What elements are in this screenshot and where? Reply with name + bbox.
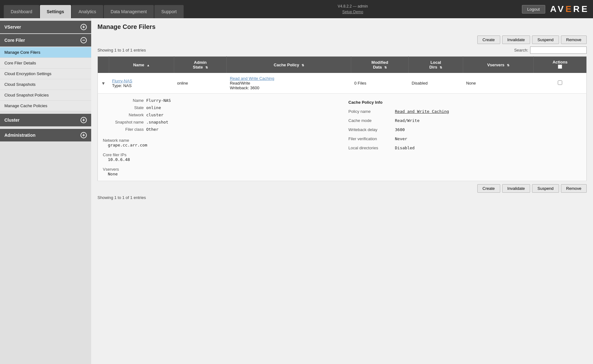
vservers-cell: None xyxy=(463,73,534,94)
modified-data-sort-icon: ⇅ xyxy=(384,66,387,69)
detail-snapshot-value: .snapshot xyxy=(146,120,168,124)
detail-left: Name Flurry-NAS State online Network clu… xyxy=(103,98,336,176)
sidebar-section-cluster[interactable]: Cluster + xyxy=(0,114,91,126)
detail-name-label: Name xyxy=(103,98,144,103)
layout: VServer + Core Filer − Manage Core Filer… xyxy=(0,18,593,364)
sidebar-section-vserver[interactable]: VServer + xyxy=(0,21,91,33)
remove-button-top[interactable]: Remove xyxy=(561,36,587,44)
col-cache-policy[interactable]: Cache Policy ⇅ xyxy=(227,57,351,73)
sidebar-section-administration[interactable]: Administration + xyxy=(0,129,91,141)
sidebar-item-cloud-snapshot-policies[interactable]: Cloud Snapshot Policies xyxy=(0,90,91,101)
sidebar-item-cloud-encryption-settings[interactable]: Cloud Encryption Settings xyxy=(0,69,91,79)
select-all-checkbox[interactable] xyxy=(558,64,562,69)
detail-cell: Name Flurry-NAS State online Network clu… xyxy=(98,94,587,181)
detail-snapshot-field: Snapshot name .snapshot xyxy=(103,120,336,124)
sidebar-administration-expand-icon[interactable]: + xyxy=(80,132,87,138)
sidebar-core-filer-collapse-icon[interactable]: − xyxy=(80,37,87,43)
filer-name-link[interactable]: Flurry-NAS xyxy=(112,79,132,83)
admin-state-sort-icon: ⇅ xyxy=(205,66,208,69)
detail-grid: Name Flurry-NAS State online Network clu… xyxy=(103,98,581,176)
setup-demo-link[interactable]: Setup Demo xyxy=(342,9,363,15)
vservers-value: None xyxy=(466,81,476,85)
col-vservers[interactable]: Vservers ⇅ xyxy=(463,57,534,73)
version-label: V4.8.2.2 --- admin xyxy=(338,3,368,9)
local-dirs-cell: Disabled xyxy=(408,73,463,94)
nav-tabs: Dashboard Settings Analytics Data Manage… xyxy=(4,0,184,18)
network-name-label: Network name xyxy=(103,138,336,143)
cache-policy-sort-icon: ⇅ xyxy=(302,63,304,67)
search-area: Search: xyxy=(514,47,587,54)
logout-button[interactable]: Logout xyxy=(522,5,545,14)
main-content: Manage Core Filers Create Invalidate Sus… xyxy=(91,18,593,364)
invalidate-button-top[interactable]: Invalidate xyxy=(502,36,530,44)
local-directories-label: Local directories xyxy=(348,146,392,150)
bottom-toolbar: Showing 1 to 1 of 1 entries xyxy=(97,195,587,200)
showing-top: Showing 1 to 1 of 1 entries xyxy=(97,48,146,52)
sidebar-item-cloud-snapshots[interactable]: Cloud Snapshots xyxy=(0,79,91,90)
table-toolbar: Showing 1 to 1 of 1 entries Search: xyxy=(97,47,587,54)
detail-name-field: Name Flurry-NAS xyxy=(103,98,336,103)
expand-cell[interactable]: ▼ xyxy=(98,73,109,94)
vservers-sort-icon: ⇅ xyxy=(507,63,509,67)
sidebar-vserver-label: VServer xyxy=(4,25,21,30)
sidebar: VServer + Core Filer − Manage Core Filer… xyxy=(0,18,91,364)
sidebar-vserver-expand-icon[interactable]: + xyxy=(80,24,87,30)
tab-data-management[interactable]: Data Management xyxy=(104,5,154,18)
suspend-button-bottom[interactable]: Suspend xyxy=(532,184,559,193)
sidebar-item-core-filer-details[interactable]: Core Filer Details xyxy=(0,58,91,69)
filer-type: Type: NAS xyxy=(112,83,132,88)
tab-dashboard[interactable]: Dashboard xyxy=(4,5,39,18)
suspend-button-top[interactable]: Suspend xyxy=(532,36,559,44)
expand-arrow-icon[interactable]: ▼ xyxy=(101,81,106,86)
policy-name-label: Policy name xyxy=(348,109,392,114)
tab-analytics[interactable]: Analytics xyxy=(72,5,103,18)
sidebar-item-manage-cache-policies[interactable]: Manage Cache Policies xyxy=(0,101,91,111)
detail-network-value: cluster xyxy=(146,113,163,117)
create-button-bottom[interactable]: Create xyxy=(477,184,500,193)
local-directories-field: Local directories Disabled xyxy=(348,146,581,150)
col-admin-state[interactable]: AdminState ⇅ xyxy=(174,57,227,73)
table-row: ▼ Flurry-NAS Type: NAS online Read and W… xyxy=(98,73,587,94)
col-modified-data[interactable]: ModifiedData ⇅ xyxy=(351,57,409,73)
col-local-dirs[interactable]: LocalDirs ⇅ xyxy=(408,57,463,73)
col-actions: Actions xyxy=(534,57,587,73)
filer-verification-field: Filer verification Never xyxy=(348,136,581,141)
showing-bottom: Showing 1 to 1 of 1 entries xyxy=(97,195,146,200)
search-input[interactable] xyxy=(530,47,587,54)
policy-name-field: Policy name Read and Write Caching xyxy=(348,109,581,114)
policy-name-link[interactable]: Read and Write Caching xyxy=(395,109,449,114)
detail-state-label: State xyxy=(103,105,144,110)
detail-filer-class-field: Filer class Other xyxy=(103,127,336,132)
table-header: Name ▲ AdminState ⇅ Cache Policy ⇅ Modif… xyxy=(98,57,587,73)
sidebar-administration-label: Administration xyxy=(4,133,36,138)
actions-cell xyxy=(534,73,587,94)
create-button-top[interactable]: Create xyxy=(477,36,500,44)
writeback-value: Writeback: 3600 xyxy=(230,85,259,90)
vservers-detail-value: None xyxy=(103,172,336,176)
detail-name-value: Flurry-NAS xyxy=(146,98,171,103)
tab-support[interactable]: Support xyxy=(154,5,184,18)
detail-network-field: Network cluster xyxy=(103,113,336,117)
col-expand xyxy=(98,57,109,73)
local-directories-value: Disabled xyxy=(395,146,415,150)
col-name[interactable]: Name ▲ xyxy=(109,57,174,73)
logo-av: AV xyxy=(550,4,566,14)
top-action-buttons: Create Invalidate Suspend Remove xyxy=(97,36,587,44)
sidebar-section-core-filer[interactable]: Core Filer − xyxy=(0,34,91,47)
sidebar-core-filer-label: Core Filer xyxy=(4,38,25,43)
topbar: Dashboard Settings Analytics Data Manage… xyxy=(0,0,593,18)
modified-data-cell: 0 Files xyxy=(351,73,409,94)
detail-state-field: State online xyxy=(103,105,336,110)
tab-settings[interactable]: Settings xyxy=(40,5,71,18)
row-checkbox[interactable] xyxy=(558,80,562,85)
sidebar-cluster-expand-icon[interactable]: + xyxy=(80,117,87,123)
data-table: Name ▲ AdminState ⇅ Cache Policy ⇅ Modif… xyxy=(97,56,587,181)
invalidate-button-bottom[interactable]: Invalidate xyxy=(502,184,530,193)
cache-policy-link[interactable]: Read and Write Caching xyxy=(230,76,274,81)
cache-mode-detail-value: Read/Write xyxy=(395,118,419,123)
cache-policy-cell: Read and Write Caching Read/Write Writeb… xyxy=(227,73,351,94)
writeback-delay-label: Writeback delay xyxy=(348,127,392,132)
remove-button-bottom[interactable]: Remove xyxy=(561,184,587,193)
sidebar-item-manage-core-filers[interactable]: Manage Core Filers xyxy=(0,47,91,58)
sidebar-cluster-label: Cluster xyxy=(4,118,19,123)
